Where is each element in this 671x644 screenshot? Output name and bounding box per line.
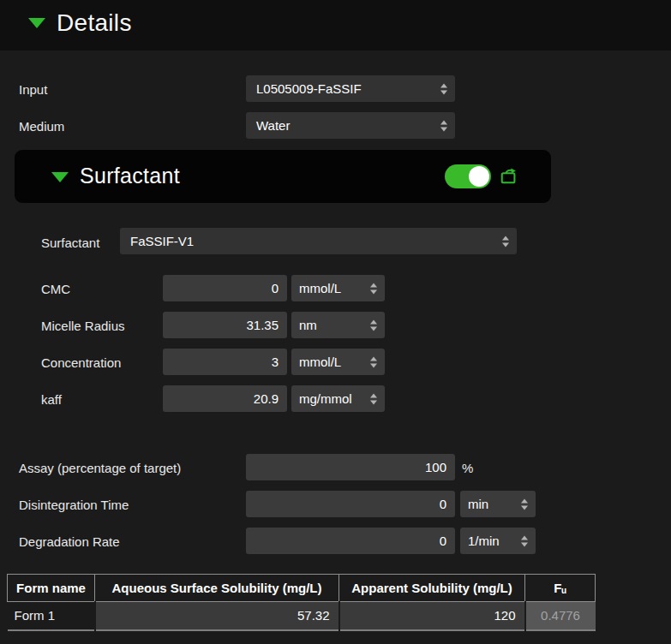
col-header-aqueous-surface-solubility: Aqueous Surface Solubility (mg/L) (95, 575, 339, 602)
cmc-unit-value: mmol/L (299, 281, 341, 295)
assay-label: Assay (percentage of target) (19, 461, 181, 475)
spinner-icon (370, 356, 377, 367)
micelle-radius-unit-select[interactable]: nm (291, 312, 385, 338)
aqueous-surface-solubility-cell[interactable]: 57.32 (95, 602, 339, 630)
assay-unit-label: % (462, 461, 473, 475)
open-in-new-icon[interactable] (500, 167, 518, 186)
cmc-label: CMC (41, 282, 70, 296)
micelle-radius-unit-value: nm (299, 318, 317, 332)
table-header-row: Form name Aqueous Surface Solubility (mg… (8, 575, 596, 602)
concentration-label: Concentration (41, 355, 121, 370)
disintegration-time-input[interactable] (246, 491, 455, 517)
cmc-unit-select[interactable]: mmol/L (291, 275, 385, 301)
form-name-cell: Form 1 (8, 602, 95, 630)
surfactant-select[interactable]: FaSSIF-V1 (120, 228, 517, 254)
toggle-knob (469, 166, 489, 187)
details-header: Details (0, 0, 671, 51)
concentration-unit-value: mmol/L (299, 355, 341, 369)
spinner-icon (440, 83, 447, 94)
spinner-icon (370, 393, 377, 404)
surfactant-select-value: FaSSIF-V1 (130, 234, 194, 248)
concentration-unit-select[interactable]: mmol/L (291, 349, 385, 375)
table-row: Form 1 57.32 120 0.4776 (8, 602, 596, 630)
medium-label: Medium (19, 119, 64, 134)
surfactant-section-title: Surfactant (80, 164, 180, 188)
micelle-radius-input[interactable] (163, 312, 287, 338)
details-collapse-icon[interactable] (28, 18, 45, 28)
input-label: Input (19, 82, 47, 97)
degradation-rate-unit-select[interactable]: 1/min (460, 528, 536, 554)
surfactant-collapse-icon[interactable] (51, 172, 69, 182)
spinner-icon (370, 319, 377, 331)
input-select-value: L0505009-FaSSIF (256, 81, 362, 96)
spinner-icon (521, 498, 528, 510)
kaff-unit-select[interactable]: mg/mmol (291, 385, 385, 412)
col-header-form-name: Form name (8, 575, 95, 602)
fu-cell: 0.4776 (525, 602, 596, 630)
solubility-table: Form name Aqueous Surface Solubility (mg… (7, 574, 596, 631)
degradation-rate-unit-value: 1/min (468, 534, 500, 548)
disintegration-time-unit-select[interactable]: min (460, 491, 536, 517)
apparent-solubility-cell[interactable]: 120 (339, 602, 525, 630)
input-select[interactable]: L0505009-FaSSIF (246, 75, 455, 102)
cmc-input[interactable] (163, 275, 287, 301)
details-panel: Details Input L0505009-FaSSIF Medium Wat… (0, 0, 671, 644)
concentration-input[interactable] (163, 349, 287, 375)
micelle-radius-label: Micelle Radius (41, 319, 125, 333)
surfactant-toggle[interactable] (445, 164, 491, 188)
spinner-icon (370, 283, 377, 294)
spinner-icon (502, 236, 509, 247)
medium-select-value: Water (256, 118, 290, 133)
degradation-rate-input[interactable] (246, 528, 455, 554)
degradation-rate-label: Degradation Rate (19, 534, 120, 549)
page-title: Details (57, 9, 132, 37)
spinner-icon (440, 120, 447, 131)
disintegration-time-unit-value: min (468, 497, 488, 511)
medium-select[interactable]: Water (246, 112, 455, 139)
surfactant-label: Surfactant (41, 236, 99, 250)
col-header-apparent-solubility: Apparent Solubility (mg/L) (339, 575, 525, 602)
disintegration-time-label: Disintegration Time (19, 498, 129, 512)
assay-input[interactable] (246, 454, 455, 480)
col-header-fu: Fᵤ (525, 575, 596, 602)
kaff-label: kaff (41, 392, 62, 407)
kaff-unit-value: mg/mmol (299, 391, 352, 406)
spinner-icon (521, 535, 528, 546)
kaff-input[interactable] (163, 385, 287, 412)
